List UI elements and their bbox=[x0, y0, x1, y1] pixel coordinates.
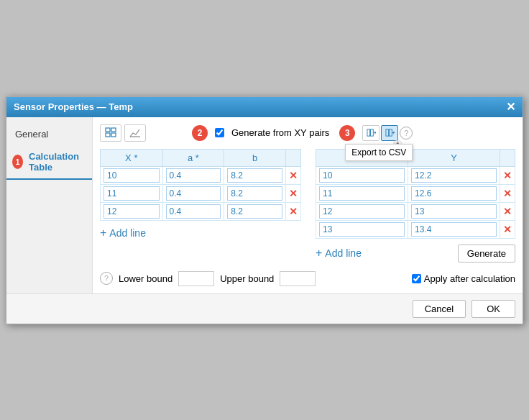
left-input-a-0[interactable] bbox=[166, 168, 221, 183]
right-cell-x-0 bbox=[316, 166, 408, 184]
svg-rect-6 bbox=[370, 129, 373, 136]
lower-bound-label: Lower bound bbox=[119, 273, 172, 284]
sidebar-general-label: General bbox=[15, 129, 48, 140]
left-delete-btn-2[interactable]: ✕ bbox=[289, 206, 298, 217]
sidebar-item-calc-table[interactable]: 1 Calculation Table bbox=[6, 145, 92, 180]
right-input-y-2[interactable] bbox=[411, 204, 497, 219]
upper-bound-input[interactable] bbox=[280, 271, 316, 286]
export-tooltip: Export to CSV bbox=[345, 144, 413, 161]
right-delete-cell-0: ✕ bbox=[500, 166, 515, 184]
table-icon bbox=[105, 127, 116, 139]
lower-bound-input[interactable] bbox=[178, 271, 214, 286]
chart-view-button[interactable] bbox=[124, 124, 146, 142]
dialog-title: Sensor Properties — Temp bbox=[14, 101, 133, 112]
left-add-line[interactable]: + Add line bbox=[100, 227, 301, 239]
right-input-y-1[interactable] bbox=[411, 186, 497, 201]
right-input-y-3[interactable] bbox=[411, 222, 497, 237]
svg-rect-8 bbox=[386, 129, 389, 136]
left-cell-b-1 bbox=[224, 184, 286, 202]
table-view-button[interactable] bbox=[100, 124, 121, 142]
left-cell-x-2 bbox=[101, 202, 163, 220]
right-cell-y-1 bbox=[408, 184, 500, 202]
left-delete-cell-1: ✕ bbox=[286, 184, 301, 202]
left-table-row: ✕ bbox=[101, 184, 301, 202]
chart-icon bbox=[129, 127, 141, 139]
left-delete-btn-0[interactable]: ✕ bbox=[289, 170, 298, 181]
right-cell-y-2 bbox=[408, 202, 500, 220]
right-table-row: ✕ bbox=[316, 166, 515, 184]
left-cell-a-2 bbox=[162, 202, 224, 220]
left-cell-x-1 bbox=[101, 184, 163, 202]
apply-checkbox[interactable] bbox=[412, 274, 421, 283]
left-table-row: ✕ bbox=[101, 202, 301, 220]
right-delete-cell-1: ✕ bbox=[500, 184, 515, 202]
left-cell-b-2 bbox=[224, 202, 286, 220]
svg-rect-5 bbox=[367, 129, 370, 136]
svg-rect-1 bbox=[111, 128, 116, 132]
upper-bound-label: Upper bound bbox=[220, 273, 274, 284]
right-add-icon: + bbox=[316, 247, 322, 260]
right-table-row: ✕ bbox=[316, 220, 515, 238]
left-input-a-1[interactable] bbox=[166, 186, 221, 201]
right-delete-cell-2: ✕ bbox=[500, 202, 515, 220]
left-delete-btn-1[interactable]: ✕ bbox=[289, 188, 298, 199]
right-cell-y-3 bbox=[408, 220, 500, 238]
badge-2: 2 bbox=[192, 125, 208, 141]
help-button[interactable]: ? bbox=[400, 127, 413, 140]
right-col-y-header: Y bbox=[408, 149, 500, 166]
left-delete-header bbox=[286, 149, 301, 166]
left-delete-cell-0: ✕ bbox=[286, 166, 301, 184]
export-table-button[interactable] bbox=[381, 125, 398, 141]
left-input-x-0[interactable] bbox=[104, 168, 160, 183]
right-input-x-3[interactable] bbox=[319, 222, 405, 237]
generate-label: Generate from XY pairs bbox=[231, 127, 329, 138]
right-delete-btn-1[interactable]: ✕ bbox=[503, 188, 512, 199]
right-cell-x-2 bbox=[316, 202, 408, 220]
left-cell-a-1 bbox=[162, 184, 224, 202]
svg-rect-3 bbox=[111, 133, 116, 137]
right-input-x-1[interactable] bbox=[319, 186, 405, 201]
close-button[interactable]: ✕ bbox=[506, 101, 515, 113]
sidebar-item-general[interactable]: General bbox=[6, 123, 92, 145]
generate-checkbox[interactable] bbox=[215, 128, 224, 137]
ok-button[interactable]: OK bbox=[472, 300, 515, 318]
left-input-x-2[interactable] bbox=[104, 204, 160, 219]
left-input-b-2[interactable] bbox=[227, 204, 282, 219]
left-add-icon: + bbox=[100, 227, 106, 239]
right-input-x-2[interactable] bbox=[319, 204, 405, 219]
left-col-a-header: a * bbox=[162, 149, 224, 166]
svg-rect-9 bbox=[389, 129, 392, 136]
left-col-x-header: X * bbox=[101, 149, 163, 166]
left-input-b-1[interactable] bbox=[227, 186, 282, 201]
right-table-row: ✕ bbox=[316, 202, 515, 220]
left-input-x-1[interactable] bbox=[104, 186, 160, 201]
import-table-icon bbox=[367, 128, 376, 137]
left-cell-x-0 bbox=[101, 166, 163, 184]
right-cell-y-0 bbox=[408, 166, 500, 184]
bottom-help-icon[interactable]: ? bbox=[100, 272, 113, 285]
right-cell-x-3 bbox=[316, 220, 408, 238]
right-table-row: ✕ bbox=[316, 184, 515, 202]
left-delete-cell-2: ✕ bbox=[286, 202, 301, 220]
right-delete-btn-2[interactable]: ✕ bbox=[503, 206, 512, 217]
svg-rect-0 bbox=[106, 128, 110, 132]
generate-button[interactable]: Generate bbox=[458, 245, 515, 262]
badge-1: 1 bbox=[12, 155, 23, 169]
cancel-button[interactable]: Cancel bbox=[413, 300, 466, 318]
left-cell-a-0 bbox=[162, 166, 224, 184]
right-delete-btn-0[interactable]: ✕ bbox=[503, 170, 512, 181]
left-table-row: ✕ bbox=[101, 166, 301, 184]
left-input-a-2[interactable] bbox=[166, 204, 221, 219]
apply-label: Apply after calculation bbox=[424, 273, 515, 284]
right-add-label: Add line bbox=[325, 247, 362, 259]
import-table-button[interactable] bbox=[362, 125, 380, 141]
left-add-label: Add line bbox=[109, 227, 146, 239]
right-input-y-0[interactable] bbox=[411, 168, 497, 183]
right-delete-btn-3[interactable]: ✕ bbox=[503, 224, 512, 235]
right-add-line[interactable]: + Add line bbox=[316, 247, 362, 260]
left-input-b-0[interactable] bbox=[227, 168, 282, 183]
right-input-x-0[interactable] bbox=[319, 168, 405, 183]
right-cell-x-1 bbox=[316, 184, 408, 202]
right-delete-cell-3: ✕ bbox=[500, 220, 515, 238]
badge-3: 3 bbox=[339, 125, 355, 141]
